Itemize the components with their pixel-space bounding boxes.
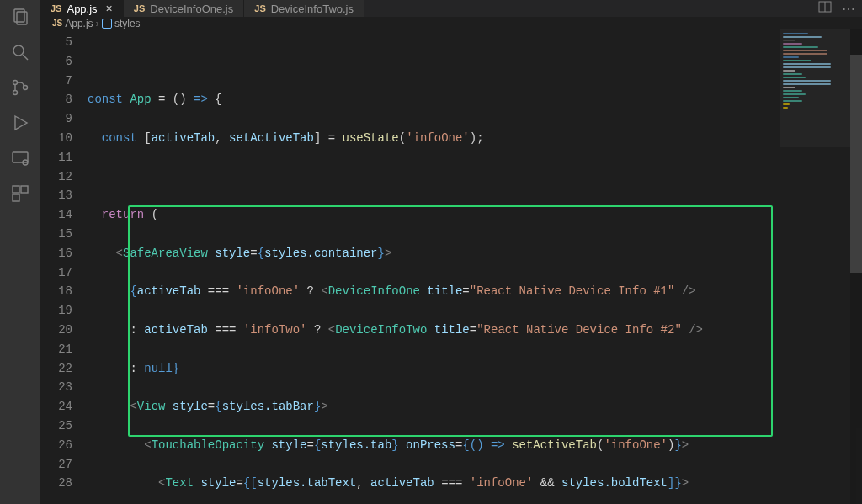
- svg-marker-7: [15, 116, 27, 130]
- js-file-icon: JS: [52, 19, 62, 28]
- editor-area[interactable]: 5678910111213141516171819202122232425262…: [40, 29, 862, 504]
- breadcrumb-file[interactable]: App.js: [65, 18, 93, 29]
- split-editor-icon[interactable]: [818, 0, 832, 17]
- editor-main: JS App.js × JS DeviceInfoOne.js JS Devic…: [40, 0, 862, 504]
- source-control-icon[interactable]: [10, 77, 30, 98]
- close-icon[interactable]: ×: [106, 2, 113, 15]
- more-actions-icon[interactable]: ⋯: [842, 1, 855, 17]
- svg-point-5: [13, 91, 18, 95]
- app-root: JS App.js × JS DeviceInfoOne.js JS Devic…: [0, 0, 862, 504]
- code-content[interactable]: const App = () => { const [activeTab, se…: [88, 29, 862, 504]
- breadcrumbs[interactable]: JS App.js › styles: [40, 17, 862, 29]
- activity-bar: [0, 0, 40, 504]
- svg-point-4: [13, 81, 18, 85]
- tab-deviceinfotwo-js[interactable]: JS DeviceInfoTwo.js: [244, 0, 364, 17]
- tab-app-js[interactable]: JS App.js ×: [40, 0, 124, 17]
- svg-point-6: [24, 86, 28, 90]
- remote-icon[interactable]: [10, 148, 30, 168]
- minimap[interactable]: [780, 29, 850, 147]
- breadcrumb-symbol[interactable]: styles: [114, 18, 141, 29]
- svg-rect-12: [13, 194, 19, 201]
- line-number-gutter: 5678910111213141516171819202122232425262…: [40, 29, 88, 504]
- js-file-icon: JS: [51, 3, 61, 13]
- editor-actions: ⋯: [818, 0, 862, 17]
- svg-point-2: [13, 45, 24, 56]
- svg-rect-10: [13, 186, 19, 193]
- chevron-right-icon: ›: [96, 17, 99, 29]
- svg-rect-11: [21, 186, 28, 193]
- tab-label: DeviceInfoTwo.js: [271, 3, 354, 15]
- tab-deviceinfoone-js[interactable]: JS DeviceInfoOne.js: [124, 0, 244, 17]
- vertical-scrollbar[interactable]: [850, 29, 862, 504]
- symbol-icon: [102, 19, 112, 29]
- tabs-row: JS App.js × JS DeviceInfoOne.js JS Devic…: [40, 0, 862, 17]
- svg-rect-8: [13, 152, 28, 162]
- scroll-thumb[interactable]: [850, 55, 862, 273]
- run-debug-icon[interactable]: [10, 113, 30, 133]
- js-file-icon: JS: [134, 3, 145, 13]
- svg-rect-0: [14, 9, 24, 22]
- svg-rect-1: [17, 12, 27, 24]
- extensions-icon[interactable]: [10, 183, 30, 204]
- js-file-icon: JS: [254, 3, 265, 13]
- tab-label: App.js: [67, 3, 97, 15]
- explorer-icon[interactable]: [10, 7, 30, 27]
- tab-label: DeviceInfoOne.js: [150, 3, 233, 15]
- search-icon[interactable]: [10, 42, 30, 62]
- svg-line-3: [23, 55, 28, 60]
